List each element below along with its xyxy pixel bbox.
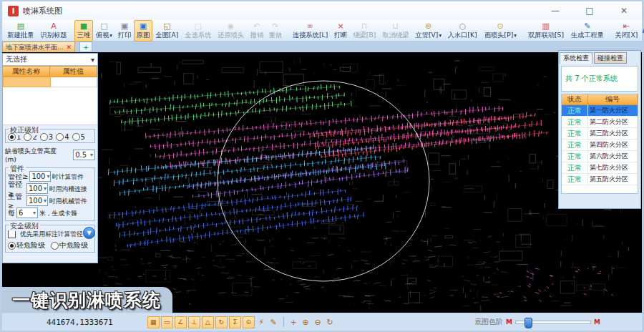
ortho-toggle-icon[interactable]: ▭ — [161, 316, 173, 328]
cube-3d-button[interactable]: ■三维 — [74, 20, 93, 42]
hazard-radio-medium[interactable]: 中危险级 — [51, 240, 88, 250]
select-all-systems-icon: ▢ — [194, 21, 201, 31]
dual-screen-button[interactable]: ▥双屏联动[S] — [525, 20, 567, 42]
radio-icon — [51, 242, 59, 250]
drawing-canvas[interactable] — [2, 52, 642, 313]
fitting-suffix: 时用沟槽连接 — [49, 184, 87, 192]
zoom-in-icon[interactable]: ⊕ — [301, 317, 311, 328]
hazard-radio-light[interactable]: 轻危险级 — [8, 240, 45, 250]
water-inlet-button[interactable]: ○入水口[K] — [444, 20, 480, 42]
dropdown-arrow-icon[interactable]: ▾ — [514, 32, 517, 38]
original-view-button[interactable]: ▣原图 — [134, 20, 152, 42]
draw-sprinkler-button[interactable]: ⊙画喷头[P]▾ — [481, 20, 520, 42]
status-toggle-icons: ▦▭∠⊥△↻Σ⊙⚡✎+⊕⊖↻ — [147, 316, 336, 328]
system-row[interactable]: 正常第一防火分区 — [562, 105, 638, 117]
new-tab-button[interactable]: + — [79, 42, 92, 52]
minimize-button[interactable]: — — [543, 4, 567, 18]
osnap-toggle-icon[interactable]: ⊥ — [188, 316, 200, 328]
system-row[interactable]: 正常第七防火分区 — [562, 162, 638, 174]
system-name: 第五防火分区 — [588, 174, 638, 185]
slider-handle[interactable] — [525, 318, 532, 328]
grid-toggle-icon[interactable]: ▦ — [147, 316, 160, 328]
toolbar-button-label: 全选系统 — [185, 31, 211, 39]
maximize-button[interactable]: □ — [577, 4, 602, 18]
zoom-out-icon[interactable]: ⊖ — [313, 317, 323, 328]
radio-icon — [56, 133, 64, 141]
status-column-header: 状态 — [562, 94, 588, 105]
use-annotation-checkbox[interactable] — [8, 230, 16, 238]
break-button[interactable]: ×打断 — [331, 20, 350, 42]
fitting-value-select[interactable]: 100▾ — [26, 183, 48, 194]
system-status: 正常 — [562, 140, 588, 150]
selection-dropdown[interactable]: 无选择 ▾ — [3, 54, 97, 66]
selection-dropdown-value: 无选择 — [6, 54, 27, 64]
annotate-icon[interactable]: ✎ — [268, 317, 279, 328]
toolbar-button-label: 重做 — [268, 31, 281, 39]
default-riser-height-select[interactable]: 0.5▾ — [73, 150, 95, 160]
document-tab[interactable]: 地下室喷淋水平面... ✕ — [2, 42, 75, 52]
toolbar-button-label: 识别标题 — [41, 31, 67, 39]
cube-top-button[interactable]: □俯视▾ — [93, 20, 115, 42]
lineweight-toggle-icon[interactable]: Σ — [229, 316, 241, 328]
close-window-button[interactable]: ✕ — [612, 4, 636, 18]
radio-label: 3 — [49, 133, 53, 141]
correction-level-radio-3[interactable]: 3 — [40, 133, 53, 141]
fitting-value-select[interactable]: 6▾ — [16, 208, 38, 218]
system-row[interactable]: 正常第六防火分区 — [562, 151, 638, 162]
document-tab-label: 地下室喷淋水平面... — [6, 43, 64, 52]
riser-button[interactable]: ⊚立管[V]▾ — [412, 20, 445, 42]
panel-collapse-button[interactable]: ▼ — [83, 227, 95, 239]
otrack-toggle-icon[interactable]: △ — [202, 316, 214, 328]
system-row[interactable]: 正常第四防火分区 — [562, 140, 638, 151]
tab-close-icon[interactable]: ✕ — [67, 44, 72, 51]
new-doc-button[interactable]: ▤新建批量 — [4, 20, 37, 42]
break-icon: × — [337, 21, 343, 31]
toolbar-button-label: 全图[A] — [155, 31, 178, 39]
correction-level-group: 校正级别 12345 — [5, 129, 95, 143]
use-annotation-checkbox-row[interactable]: 优先采用标注计算管径 — [8, 229, 92, 239]
identify-title-button[interactable]: A识别标题 — [37, 20, 70, 42]
system-name: 第七防火分区 — [588, 162, 638, 173]
dropdown-arrow-icon[interactable]: ▾ — [439, 32, 441, 38]
fittings-group: 管件 管径≥100▾时计算管件管径≥100▾时用沟槽连接主管≥100▾时用机械管… — [5, 167, 95, 221]
connect-system-button[interactable]: ∞连接系统[L] — [289, 20, 331, 42]
toolbar-button-label: 生成工程量 — [571, 31, 604, 39]
system-row[interactable]: 正常第五防火分区 — [562, 174, 638, 185]
dyn-input-toggle-icon[interactable]: ⊙ — [243, 316, 255, 328]
basemap-color-slider[interactable] — [515, 321, 591, 324]
new-doc-icon: ▤ — [17, 21, 24, 31]
tab-system-check[interactable]: 系统检查 — [560, 52, 592, 64]
correction-level-radio-5[interactable]: 5 — [72, 133, 85, 141]
ucs-toggle-icon[interactable]: ↻ — [215, 316, 228, 328]
property-table-row[interactable] — [3, 77, 97, 87]
fittings-rows: 管径≥100▾时计算管件管径≥100▾时用沟槽连接主管≥100▾时用机械管件每6… — [8, 170, 92, 219]
properties-panel: 无选择 ▾ 属性名称 属性值 校正级别 12345 缺省喷头立管高度(m) 0.… — [2, 53, 98, 263]
full-extent-button[interactable]: ◱全图[A] — [152, 20, 182, 42]
fitting-value-select[interactable]: 100▾ — [26, 195, 48, 206]
toolbar-button-label: 原图 — [137, 31, 150, 39]
property-value-cell — [51, 77, 98, 87]
system-status: 正常 — [562, 117, 588, 127]
toolbar-button-label: 三维 — [77, 31, 90, 39]
printer-button[interactable]: ▣打印 — [115, 20, 134, 42]
dropdown-arrow-icon[interactable]: ▾ — [109, 32, 112, 38]
system-row[interactable]: 正常第三防火分区 — [562, 128, 638, 140]
quick-measure-icon[interactable]: ⚡ — [256, 317, 267, 328]
title-bar: I 喷淋系统图 — □ ✕ — [2, 1, 642, 20]
document-tab-row: 地下室喷淋水平面... ✕ + — [2, 42, 642, 52]
system-row[interactable]: 正常第二防火分区 — [562, 117, 638, 128]
orbit-icon[interactable]: ↻ — [325, 317, 336, 328]
polar-toggle-icon[interactable]: ∠ — [175, 316, 187, 328]
pan-icon[interactable]: + — [288, 317, 299, 328]
correction-level-radio-4[interactable]: 4 — [56, 133, 69, 141]
close-app-button[interactable]: ⇤关闭[X] — [612, 20, 641, 42]
generate-quantity-button[interactable]: ✎生成工程量 — [567, 20, 608, 42]
close-app-icon: ⇤ — [623, 21, 630, 31]
system-status: 正常 — [562, 105, 588, 116]
tab-collision-check[interactable]: 碰撞检查 — [594, 52, 627, 64]
restore-sprinkler-button: ◉还原喷头 — [215, 20, 248, 42]
radio-icon — [40, 133, 48, 141]
fitting-value-select[interactable]: 100▾ — [29, 171, 51, 182]
cursor-coordinates: 441674,1333671 — [47, 318, 113, 327]
chevron-down-icon: ▾ — [90, 152, 93, 158]
